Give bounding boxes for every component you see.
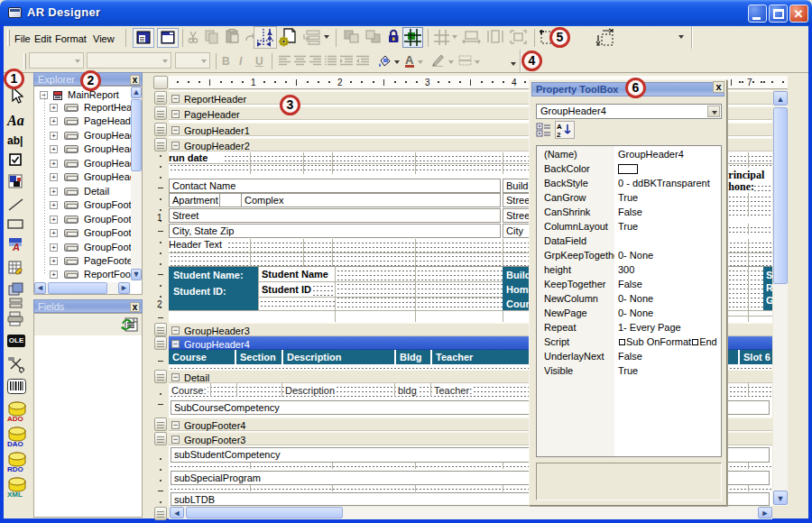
svg-text:RDO: RDO	[7, 465, 23, 473]
svg-text:DAO: DAO	[7, 440, 23, 447]
svg-text:A: A	[12, 242, 20, 252]
svg-text:2: 2	[557, 131, 561, 138]
svg-text:A: A	[557, 123, 562, 131]
svg-text:XML: XML	[7, 491, 23, 498]
svg-text:ADO: ADO	[7, 415, 23, 422]
